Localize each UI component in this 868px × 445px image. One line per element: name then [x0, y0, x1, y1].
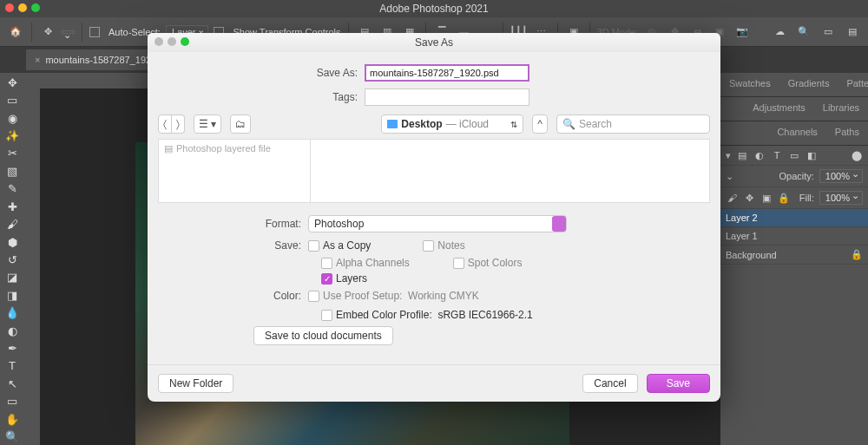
- window-minimize-icon[interactable]: [18, 3, 27, 12]
- cloud-docs-icon[interactable]: ☁: [771, 23, 788, 41]
- location-suffix: — iCloud: [446, 118, 489, 130]
- embed-label: Embed Color Profile:: [336, 309, 432, 321]
- lock-artboard-icon[interactable]: ▣: [760, 192, 773, 204]
- frame-tool-icon[interactable]: ▧: [2, 163, 23, 179]
- eyedropper-tool-icon[interactable]: ✎: [2, 181, 23, 197]
- auto-select-checkbox[interactable]: [89, 27, 100, 37]
- home-icon[interactable]: 🏠: [7, 23, 24, 41]
- format-dropdown[interactable]: Photoshop: [308, 215, 567, 232]
- window-close-icon[interactable]: [5, 3, 14, 12]
- filter-type-icon[interactable]: T: [771, 149, 783, 161]
- tab-patterns[interactable]: Patterns: [838, 73, 868, 96]
- layer-row[interactable]: Layer 1: [720, 227, 868, 245]
- lasso-tool-icon[interactable]: ◉: [2, 110, 23, 126]
- chevron-updown-icon: [552, 216, 566, 232]
- tab-adjustments[interactable]: Adjustments: [744, 97, 814, 121]
- dialog-title: Save As: [415, 36, 453, 49]
- crop-tool-icon[interactable]: ✂: [2, 146, 23, 161]
- save-as-label: Save As:: [158, 67, 358, 79]
- collapse-button[interactable]: ^: [532, 115, 548, 134]
- layers-checkbox[interactable]: [321, 273, 332, 285]
- ruler-vertical: [24, 88, 40, 445]
- close-tab-icon[interactable]: ×: [35, 55, 40, 65]
- brush-tool-icon[interactable]: 🖌: [2, 216, 23, 232]
- opacity-value[interactable]: 100%: [819, 169, 863, 183]
- workspace-icon[interactable]: ▤: [844, 23, 861, 41]
- filter-adjust-icon[interactable]: ◐: [753, 149, 766, 161]
- tab-swatches[interactable]: Swatches: [720, 73, 779, 96]
- dialog-zoom-icon[interactable]: [181, 37, 189, 46]
- new-folder-button[interactable]: New Folder: [158, 374, 233, 393]
- color-options-label: Color:: [158, 290, 301, 302]
- tab-channels[interactable]: Channels: [768, 121, 825, 145]
- cancel-button[interactable]: Cancel: [582, 374, 637, 393]
- dialog-traffic-lights: [155, 37, 189, 46]
- proof-label: Use Proof Setup:: [323, 290, 402, 302]
- move-tool-icon[interactable]: ✥: [39, 23, 56, 41]
- panel-tabs-1: Swatches Gradients Patterns: [720, 73, 868, 97]
- shape-tool-icon[interactable]: ▭: [2, 394, 23, 409]
- proof-value: Working CMYK: [408, 290, 479, 302]
- notes-checkbox: [423, 240, 434, 252]
- filename-input[interactable]: [365, 64, 529, 82]
- filter-toggle-icon[interactable]: ⬤: [851, 149, 863, 161]
- heal-tool-icon[interactable]: ✚: [2, 199, 23, 214]
- file-browser[interactable]: ▤ Photoshop layered file: [158, 139, 710, 203]
- as-copy-checkbox[interactable]: [308, 240, 319, 252]
- filter-shape-icon[interactable]: ▭: [788, 149, 800, 161]
- embed-checkbox[interactable]: [321, 310, 332, 321]
- tab-libraries[interactable]: Libraries: [814, 97, 868, 121]
- fill-value[interactable]: 100%: [819, 191, 863, 205]
- save-to-cloud-button[interactable]: Save to cloud documents: [253, 326, 393, 345]
- filter-icon[interactable]: ▾: [726, 150, 731, 161]
- layer-name: Layer 2: [726, 213, 758, 223]
- blend-dropdown[interactable]: ⌄: [726, 171, 733, 182]
- embed-value: sRGB IEC61966-2.1: [437, 309, 532, 321]
- zoom-tool-icon[interactable]: 🔍: [2, 429, 23, 444]
- gradient-tool-icon[interactable]: ◨: [2, 287, 23, 303]
- layer-row[interactable]: Background 🔒: [720, 245, 868, 265]
- fill-label: Fill:: [799, 193, 814, 203]
- tab-gradients[interactable]: Gradients: [779, 73, 838, 96]
- pen-tool-icon[interactable]: ✒: [2, 340, 23, 356]
- lock-all-icon[interactable]: 🔒: [778, 192, 790, 204]
- lock-paint-icon[interactable]: 🖌: [726, 192, 738, 204]
- history-brush-icon[interactable]: ↺: [2, 252, 23, 267]
- eraser-tool-icon[interactable]: ◪: [2, 270, 23, 285]
- app-titlebar: Adobe Photoshop 2021: [0, 0, 868, 17]
- tab-paths[interactable]: Paths: [826, 121, 868, 145]
- format-label: Format:: [158, 218, 301, 230]
- tool-preset-dropdown[interactable]: [62, 30, 75, 34]
- group-button[interactable]: 🗂: [230, 115, 251, 134]
- back-button[interactable]: 〈: [158, 115, 172, 134]
- search-field[interactable]: 🔍 Search: [556, 115, 710, 134]
- type-tool-icon[interactable]: T: [2, 358, 23, 374]
- tags-input[interactable]: [365, 88, 529, 106]
- layer-row[interactable]: Layer 2: [720, 209, 868, 227]
- save-options-label: Save:: [158, 239, 301, 252]
- blur-tool-icon[interactable]: 💧: [2, 304, 23, 320]
- save-button[interactable]: Save: [647, 374, 710, 393]
- stamp-tool-icon[interactable]: ⬢: [2, 234, 23, 250]
- filter-image-icon[interactable]: ▤: [736, 149, 748, 161]
- dodge-tool-icon[interactable]: ◐: [2, 323, 23, 338]
- dialog-minimize-icon: [168, 37, 176, 46]
- arrange-icon[interactable]: ▭: [819, 23, 837, 41]
- panel-tabs-3: Channels Paths: [720, 121, 868, 146]
- window-maximize-icon[interactable]: [31, 3, 40, 12]
- lock-move-icon[interactable]: ✥: [743, 192, 755, 204]
- marquee-tool-icon[interactable]: ▭: [2, 92, 23, 108]
- wand-tool-icon[interactable]: ✨: [2, 128, 23, 143]
- search-icon[interactable]: 🔍: [795, 23, 812, 41]
- spot-label: Spot Colors: [468, 257, 523, 269]
- hand-tool-icon[interactable]: ✋: [2, 411, 23, 427]
- dialog-close-icon[interactable]: [155, 37, 163, 46]
- lock-row: 🖌 ✥ ▣ 🔒 Fill: 100%: [720, 187, 868, 209]
- camera-icon: 📷: [733, 23, 751, 41]
- move-tool-icon[interactable]: ✥: [2, 75, 23, 90]
- path-tool-icon[interactable]: ↖: [2, 376, 23, 391]
- view-mode-button[interactable]: ☰ ▾: [194, 115, 221, 134]
- filter-smart-icon[interactable]: ◧: [806, 149, 818, 161]
- location-dropdown[interactable]: Desktop — iCloud ⇅: [381, 115, 523, 134]
- forward-button[interactable]: 〉: [172, 115, 185, 134]
